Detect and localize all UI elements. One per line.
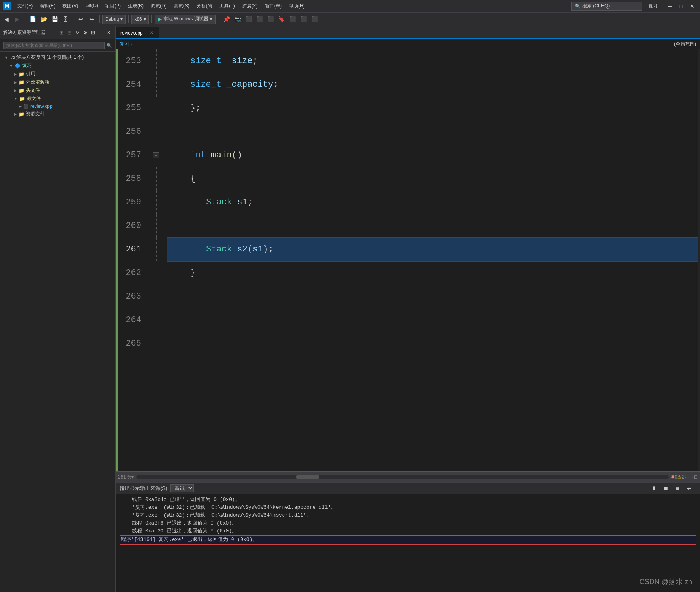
sidebar-collapse-all-button[interactable]: ⊟ [66,29,73,36]
tree-item-resource-files[interactable]: ▶ 📁 资源文件 [0,110,115,118]
tree-item-source-files[interactable]: ▼ 📁 源文件 [0,95,115,103]
expand-arrow-review: ▶ [19,104,22,108]
save-button[interactable]: 💾 [50,15,59,24]
toolbar: ◀ ▶ 📄 📂 💾 🗄 ↩ ↪ Debug ▾ x86 ▾ ▶ 本地 Windo… [0,13,700,26]
toolbar-extra-3[interactable]: ⬛ [266,15,275,24]
dashed-line-259 [156,191,157,214]
toolbar-extra-4[interactable]: ⬛ [288,15,297,24]
debug-config-dropdown[interactable]: Debug ▾ [102,15,126,24]
menu-project[interactable]: 项目(P) [102,2,124,10]
menu-edit[interactable]: 编辑(E) [36,2,58,10]
search-placeholder: 搜索 (Ctrl+Q) [582,3,610,9]
new-file-button[interactable]: 📄 [28,15,37,24]
maximize-button[interactable]: □ [676,2,686,11]
warning-count: 2 [682,474,684,480]
code-line-256 [167,120,698,144]
output-wrap-button[interactable]: ↩ [685,484,694,493]
output-source-dropdown[interactable]: 调试 [170,484,194,492]
output-pause-button[interactable]: ⏸ [650,484,658,493]
toolbar-extra-6[interactable]: ⬛ [310,15,319,24]
solution-explorer: 解决方案资源管理器 ⊞ ⊟ ↻ ⚙ ⊞ ─ ✕ 🔍 ▼ 🗂 解决方案'复习'(1… [0,26,116,592]
nav-extra-button[interactable]: ⊡ [694,474,698,480]
sidebar-search-icon: 🔍 [106,43,112,48]
menu-analyze[interactable]: 分析(N) [193,2,216,10]
solution-tree: ▼ 🗂 解决方案'复习'(1 个项目/共 1 个) ▼ 🔷 复习 ▶ 📁 引用 [0,52,115,592]
nav-prev-button[interactable]: ← [684,474,689,480]
menu-test[interactable]: 测试(S) [171,2,193,10]
menu-file[interactable]: 文件(F) [14,2,36,10]
tree-item-project[interactable]: ▼ 🔷 复习 [0,62,115,70]
nav-next-button[interactable]: → [689,474,694,480]
open-button[interactable]: 📂 [39,15,48,24]
menu-git[interactable]: Git(G) [82,2,101,10]
global-search-box[interactable]: 🔍 搜索 (Ctrl+Q) [571,2,642,11]
tree-item-external-deps[interactable]: ▶ 📁 外部依赖项 [0,78,115,86]
tree-item-review-cpp[interactable]: ▶ ⬛ review.cpp [0,103,115,110]
token-size_t-253: size_t [190,49,221,73]
forward-button[interactable]: ▶ [13,15,22,24]
toolbar-extra-2[interactable]: ⬛ [255,15,264,24]
menu-tools[interactable]: 工具(T) [216,2,238,10]
menu-extensions[interactable]: 扩展(X) [239,2,261,10]
tree-item-header-files[interactable]: ▶ 📁 头文件 [0,86,115,95]
scroll-track[interactable] [136,475,669,479]
output-body: 线任 0xa3c4c 已退出，返回值为 0 (0x0)。 '复习.exe' (W… [116,494,700,592]
output-toolbar: ⏸ ⏹ ≡ ↩ [647,484,696,493]
toolbar-extra-5[interactable]: ⬛ [299,15,308,24]
sidebar-search-input[interactable] [3,42,105,49]
tab-review-cpp[interactable]: review.cpp · ✕ [116,27,159,38]
output-stop-button[interactable]: ⏹ [662,484,670,493]
tree-item-solution[interactable]: ▼ 🗂 解决方案'复习'(1 个项目/共 1 个) [0,53,115,62]
sidebar-expand-all-button[interactable]: ⊞ [58,29,65,36]
save-all-button[interactable]: 🗄 [61,15,70,24]
undo-button[interactable]: ↩ [76,15,86,24]
scroll-thumb[interactable] [296,475,319,479]
gutter-262 [145,261,167,285]
menu-build[interactable]: 生成(B) [125,2,147,10]
screenshot-button[interactable]: 📷 [233,15,242,24]
back-button[interactable]: ◀ [2,15,11,24]
code-line-260 [167,214,698,238]
tab-close-button[interactable]: ✕ [149,30,154,35]
platform-dropdown[interactable]: x86 ▾ [131,15,148,24]
sidebar-refresh-button[interactable]: ↻ [74,29,81,36]
code-content[interactable]: size_t _size ; size_t _capacity ; }; [167,49,698,471]
code-editor[interactable]: 253 254 255 256 257 258 259 260 261 262 … [116,49,700,471]
sidebar-unpin-button[interactable]: ✕ [105,29,112,36]
toolbar-extra-1[interactable]: ⬛ [244,15,253,24]
menu-debug[interactable]: 调试(D) [148,2,170,10]
menu-view[interactable]: 视图(V) [59,2,81,10]
collapse-button-257[interactable]: − [153,152,159,158]
menu-window[interactable]: 窗口(W) [262,2,285,10]
output-clear-button[interactable]: ≡ [673,484,682,493]
redo-button[interactable]: ↪ [87,15,97,24]
line-num-255: 255 [116,97,141,120]
gutter-254 [145,73,167,97]
sidebar-settings-button[interactable]: ⚙ [82,29,89,36]
sidebar-filter-button[interactable]: ⊞ [89,29,97,36]
line-num-254: 254 [116,73,141,97]
token-s2-261: s2 [237,238,247,261]
menu-help[interactable]: 帮助(H) [286,2,308,10]
sidebar-pin-button[interactable]: ─ [97,29,104,36]
bookmark-button[interactable]: 🔖 [277,15,286,24]
header-label: 头文件 [26,87,40,94]
token-int-257: int [190,144,206,167]
code-line-258: { [167,167,698,191]
line-num-260: 260 [116,214,141,238]
close-button[interactable]: ✕ [687,2,697,11]
dashed-line-258 [156,167,157,191]
sidebar-controls: ⊞ ⊟ ↻ ⚙ ⊞ ─ ✕ [58,29,112,36]
tree-item-references[interactable]: ▶ 📁 引用 [0,70,115,78]
expand-arrow-source: ▼ [14,97,18,101]
error-icon: ✖ [671,474,675,480]
editor-scrollbar[interactable]: 281 % ▾ ✖ 0 ⚠ 2 ← → ⊡ [116,471,700,482]
breadcrumb-file[interactable]: 复习 [120,41,129,47]
token-s1-261: s1 [253,238,263,261]
sidebar-title: 解决方案资源管理器 [3,29,46,36]
run-button[interactable]: ▶ 本地 Windows 调试器 ▾ [155,15,216,24]
pin-button[interactable]: 📌 [222,15,231,24]
resource-label: 资源文件 [26,111,45,117]
toolbar-separator-5 [151,15,152,23]
minimize-button[interactable]: ─ [665,2,675,11]
